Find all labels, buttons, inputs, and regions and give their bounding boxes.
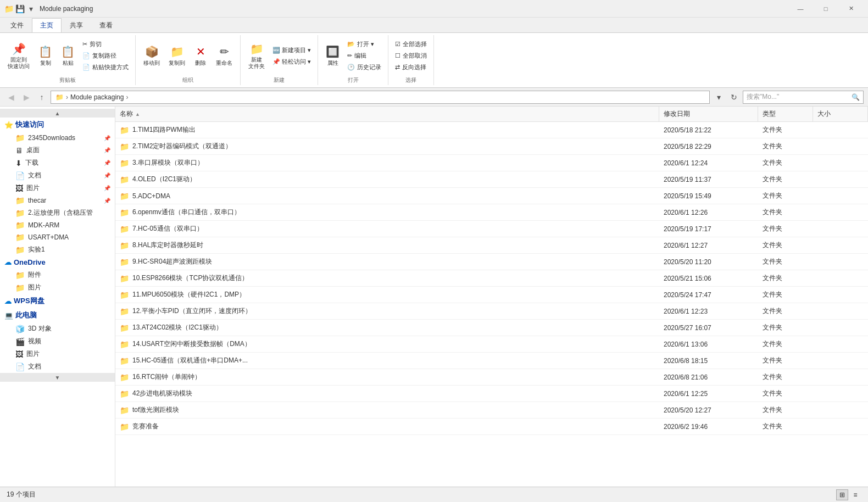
minimize-button[interactable]: — (788, 0, 813, 18)
file-date: 2020/5/20 11:20 (659, 256, 758, 268)
sidebar-scroll-down[interactable]: ▼ (0, 373, 115, 382)
move-to-button[interactable]: 📦 移动到 (140, 43, 163, 69)
invert-select-button[interactable]: ⇄ 反向选择 (393, 62, 429, 72)
refresh-button[interactable]: ↻ (727, 91, 741, 104)
file-row[interactable]: 📁 1.TIM1四路PWM输出 2020/5/18 21:22 文件夹 (115, 122, 868, 138)
tab-view[interactable]: 查看 (91, 18, 121, 32)
address-path[interactable]: 📁 › Module packaging › (51, 91, 710, 104)
sidebar-item-pc-docs[interactable]: 📄 文档 (0, 360, 115, 373)
ribbon-group-organize: 📦 移动到 📁 复制到 ✕ 删除 ✏ 重命名 组织 (136, 35, 241, 85)
file-folder-icon: 📁 (120, 274, 129, 283)
history-button[interactable]: 🕑 历史记录 (345, 62, 383, 72)
file-row[interactable]: 📁 14.USART空闲中断接受数据帧（DMA） 2020/6/1 13:06 … (115, 336, 868, 353)
properties-button[interactable]: 🔲 属性 (322, 43, 343, 69)
cut-button[interactable]: ✂ 剪切 (80, 39, 131, 49)
file-row[interactable]: 📁 9.HC-SR04超声波测距模块 2020/5/20 11:20 文件夹 (115, 254, 868, 270)
pin-quickaccess-button[interactable]: 📌 固定到快速访问 (4, 40, 33, 72)
file-row[interactable]: 📁 16.RTC闹钟（单闹钟） 2020/6/8 21:06 文件夹 (115, 369, 868, 386)
sidebar-item-pc-pics[interactable]: 🖼 图片 (0, 348, 115, 360)
sidebar-scroll-up[interactable]: ▲ (0, 109, 115, 118)
search-box[interactable]: 搜索"Mo..." 🔍 (743, 91, 864, 104)
easy-access-button[interactable]: 📌 轻松访问 ▾ (270, 57, 313, 67)
open-icon: 📂 (347, 41, 355, 48)
copy-button[interactable]: 📋 复制 (35, 43, 55, 69)
dropdown-icon[interactable]: ▾ (26, 4, 35, 13)
sidebar-item-mdkarm[interactable]: 📁 MDK-ARM (0, 219, 115, 231)
sidebar-item-label: 图片 (28, 283, 41, 292)
file-row[interactable]: 📁 42步进电机驱动模块 2020/6/1 12:25 文件夹 (115, 386, 868, 402)
tab-file[interactable]: 文件 (2, 18, 32, 32)
file-name: 4.OLED（I2C1驱动） (132, 175, 196, 184)
quick-access-header[interactable]: ⭐ 快速访问 (0, 118, 115, 132)
copy-to-button[interactable]: 📁 复制到 (165, 43, 188, 69)
new-item-button[interactable]: 🆕 新建项目 ▾ (270, 45, 313, 55)
address-dropdown-button[interactable]: ▾ (712, 91, 725, 104)
back-button[interactable]: ◀ (4, 91, 18, 104)
file-row[interactable]: 📁 15.HC-05通信（双机通信+串口DMA+... 2020/6/8 18:… (115, 353, 868, 369)
file-row[interactable]: 📁 5.ADC+DMA 2020/5/19 15:49 文件夹 (115, 188, 868, 204)
select-all-button[interactable]: ☑ 全部选择 (393, 39, 429, 49)
file-date: 2020/6/1 12:26 (659, 207, 758, 219)
sidebar-item-onedrive-pics[interactable]: 📁 图片 (0, 281, 115, 294)
col-header-type[interactable]: 类型 (758, 107, 813, 121)
file-row[interactable]: 📁 10.ESP8266模块（TCP协议双机通信） 2020/5/21 15:0… (115, 270, 868, 287)
sidebar-item-label: 附件 (28, 270, 41, 280)
sidebar-item-yunfang[interactable]: 📁 2.运放使用（含稳压管 (0, 207, 115, 219)
file-row[interactable]: 📁 3.串口屏模块（双串口） 2020/6/1 12:24 文件夹 (115, 155, 868, 171)
tab-share[interactable]: 共享 (62, 18, 91, 32)
copy-path-button[interactable]: 📄 复制路径 (80, 51, 131, 61)
onedrive-header[interactable]: ☁ OneDrive (0, 256, 115, 269)
file-row[interactable]: 📁 6.openmv通信（串口通信，双串口） 2020/6/1 12:26 文件… (115, 204, 868, 221)
save-icon: 💾 (15, 4, 24, 13)
view-mode-buttons: ⊞ ≡ (836, 489, 861, 500)
edit-button[interactable]: ✏ 编辑 (345, 51, 383, 61)
sidebar-item-video[interactable]: 🎬 视频 (0, 335, 115, 348)
up-button[interactable]: ↑ (35, 91, 48, 104)
new-folder-button[interactable]: 📁 新建文件夹 (245, 40, 268, 72)
forward-button[interactable]: ▶ (20, 91, 33, 104)
file-type: 文件夹 (758, 288, 813, 302)
col-header-name[interactable]: 名称 ▲ (115, 107, 659, 121)
file-type: 文件夹 (758, 255, 813, 269)
file-size (813, 342, 868, 347)
delete-button[interactable]: ✕ 删除 (191, 43, 210, 69)
file-row[interactable]: 📁 7.HC-05通信（双串口） 2020/5/19 17:17 文件夹 (115, 221, 868, 237)
sidebar-item-docs[interactable]: 📄 文档 📌 (0, 169, 115, 182)
sidebar-item-usartdma[interactable]: 📁 USART+DMA (0, 231, 115, 243)
file-row[interactable]: 📁 13.AT24C02模块（I2C1驱动） 2020/5/27 16:07 文… (115, 320, 868, 336)
maximize-button[interactable]: □ (813, 0, 838, 18)
sidebar-item-thecar[interactable]: 📁 thecar 📌 (0, 194, 115, 207)
col-header-date[interactable]: 修改日期 (659, 107, 758, 121)
sidebar-item-2345downloads[interactable]: 📁 2345Downloads 📌 (0, 132, 115, 144)
tab-home[interactable]: 主页 (32, 18, 62, 32)
thispc-header[interactable]: 💻 此电脑 (0, 308, 115, 322)
rename-button[interactable]: ✏ 重命名 (213, 43, 236, 69)
file-size (813, 392, 868, 396)
file-type: 文件夹 (758, 189, 813, 203)
select-none-button[interactable]: ☐ 全部取消 (393, 51, 429, 61)
wps-header[interactable]: ☁ WPS网盘 (0, 294, 115, 308)
new-item-label: 🆕 新建项目 ▾ (272, 46, 311, 54)
file-row[interactable]: 📁 竞赛准备 2020/6/2 19:46 文件夹 (115, 419, 868, 435)
open-button[interactable]: 📂 打开 ▾ (345, 39, 383, 49)
list-view-button[interactable]: ≡ (849, 489, 861, 500)
sidebar-item-desktop[interactable]: 🖥 桌面 📌 (0, 144, 115, 157)
grid-view-button[interactable]: ⊞ (836, 489, 848, 500)
sidebar-item-attachments[interactable]: 📁 附件 (0, 269, 115, 281)
file-row[interactable]: 📁 4.OLED（I2C1驱动） 2020/5/19 11:37 文件夹 (115, 171, 868, 188)
file-row[interactable]: 📁 8.HAL库定时器微秒延时 2020/6/1 12:27 文件夹 (115, 237, 868, 254)
file-row[interactable]: 📁 12.平衡小车PID（直立闭环，速度闭环） 2020/6/1 12:23 文… (115, 303, 868, 320)
file-row[interactable]: 📁 11.MPU6050模块（硬件I2C1，DMP） 2020/5/24 17:… (115, 287, 868, 303)
paste-button[interactable]: 📋 粘贴 (58, 43, 78, 69)
close-button[interactable]: ✕ (838, 0, 864, 18)
sidebar-item-label: 文档 (28, 171, 41, 180)
new-small-btns: 🆕 新建项目 ▾ 📌 轻松访问 ▾ (270, 45, 313, 67)
file-row[interactable]: 📁 2.TIM2定时器编码模式（双通道） 2020/5/18 22:29 文件夹 (115, 138, 868, 155)
sidebar-item-3d[interactable]: 🧊 3D 对象 (0, 322, 115, 335)
sidebar-item-pictures[interactable]: 🖼 图片 📌 (0, 182, 115, 194)
file-row[interactable]: 📁 tof激光测距模块 2020/5/20 12:27 文件夹 (115, 402, 868, 419)
paste-shortcut-button[interactable]: 📄 粘贴快捷方式 (80, 62, 131, 72)
sidebar-item-shiyan1[interactable]: 📁 实验1 (0, 243, 115, 256)
sidebar-item-downloads[interactable]: ⬇ 下载 📌 (0, 157, 115, 169)
col-header-size[interactable]: 大小 (813, 107, 868, 121)
